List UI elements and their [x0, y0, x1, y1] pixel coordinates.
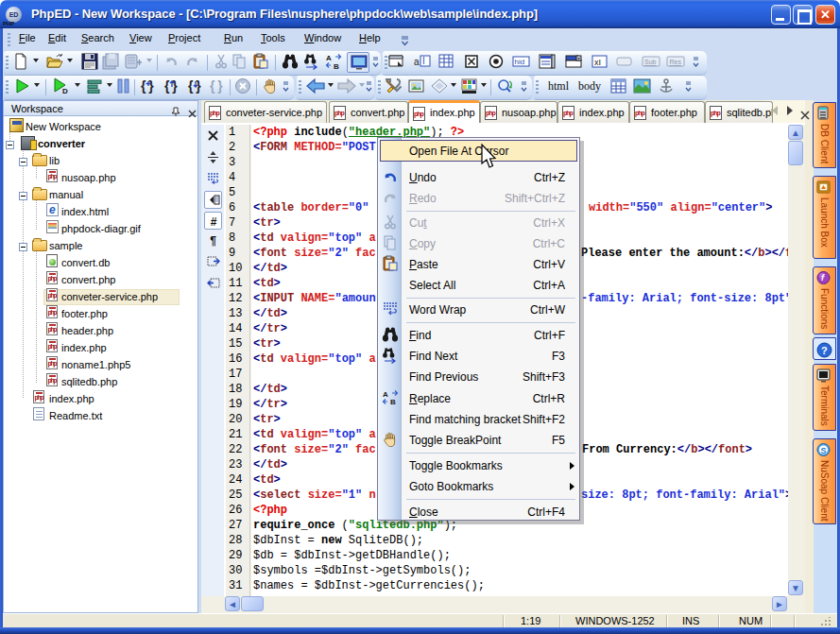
svg-text:Sub: Sub — [644, 59, 657, 65]
svg-text:a: a — [414, 57, 420, 67]
svg-text:S: S — [821, 446, 827, 455]
svg-text:D: D — [62, 87, 68, 94]
svg-text:A: A — [383, 390, 388, 399]
svg-text:?: ? — [821, 345, 828, 356]
svg-text:I: I — [422, 56, 425, 66]
svg-text:A: A — [326, 54, 332, 62]
svg-text:hid: hid — [515, 58, 525, 66]
svg-text:{ }: { } — [164, 78, 178, 94]
svg-text:{ }: { } — [141, 78, 154, 94]
svg-text:xI: xI — [594, 58, 601, 67]
svg-text:B: B — [390, 398, 396, 406]
svg-text:Res: Res — [670, 59, 682, 65]
svg-text:{ }: { } — [210, 78, 223, 94]
svg-text:B: B — [334, 62, 339, 70]
